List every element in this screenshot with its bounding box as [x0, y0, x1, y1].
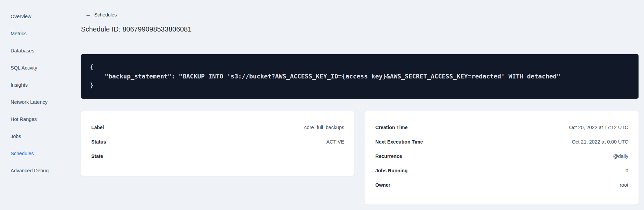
sidebar-item-jobs[interactable]: Jobs: [0, 128, 81, 145]
row-value: @daily: [613, 153, 628, 159]
schedule-timing-card: Creation Time Oct 20, 2022 at 17:12 UTC …: [365, 111, 639, 205]
sidebar-item-advanced-debug[interactable]: Advanced Debug: [0, 162, 81, 179]
sidebar-item-sql-activity[interactable]: SQL Activity: [0, 59, 81, 76]
sidebar-item-insights[interactable]: Insights: [0, 76, 81, 94]
detail-row-jobs-running: Jobs Running 0: [375, 163, 628, 178]
row-label: Status: [91, 139, 106, 145]
row-label: State: [91, 153, 103, 159]
row-label: Next Execution Time: [375, 139, 423, 145]
detail-cards: Label core_full_backups Status ACTIVE St…: [81, 111, 639, 205]
detail-row-recurrence: Recurrence @daily: [375, 149, 628, 163]
page-title: Schedule ID: 806799098533806081: [81, 25, 639, 33]
sidebar-nav: Overview Metrics Databases SQL Activity …: [0, 8, 81, 179]
sidebar-item-databases[interactable]: Databases: [0, 42, 81, 59]
back-to-schedules-link[interactable]: ← Schedules: [85, 12, 117, 17]
row-value: root: [620, 182, 628, 188]
row-value: Oct 20, 2022 at 17:12 UTC: [569, 125, 628, 130]
code-line: }: [90, 81, 630, 90]
code-line: {: [90, 63, 630, 72]
sidebar-item-schedules[interactable]: Schedules: [0, 145, 81, 162]
row-label: Recurrence: [375, 153, 402, 159]
schedule-summary-card: Label core_full_backups Status ACTIVE St…: [81, 111, 354, 176]
row-label: Creation Time: [375, 125, 407, 130]
row-label: Owner: [375, 182, 390, 188]
row-label: Jobs Running: [375, 168, 408, 173]
back-arrow-icon: ←: [85, 12, 91, 17]
backup-statement-code-block: { "backup_statement": "BACKUP INTO 's3:/…: [81, 54, 639, 99]
detail-row-status: Status ACTIVE: [91, 135, 344, 149]
detail-row-next-execution-time: Next Execution Time Oct 21, 2022 at 0:00…: [375, 135, 628, 149]
sidebar-item-metrics[interactable]: Metrics: [0, 25, 81, 42]
sidebar-item-network-latency[interactable]: Network Latency: [0, 94, 81, 111]
code-line: "backup_statement": "BACKUP INTO 's3://b…: [90, 72, 630, 81]
sidebar-item-overview[interactable]: Overview: [0, 8, 81, 25]
sidebar-item-hot-ranges[interactable]: Hot Ranges: [0, 111, 81, 128]
schedule-detail-page: ← Schedules Schedule ID: 806799098533806…: [81, 0, 639, 205]
row-value: ACTIVE: [326, 139, 344, 145]
detail-row-label: Label core_full_backups: [91, 120, 344, 135]
back-link-label: Schedules: [94, 12, 117, 17]
row-value: core_full_backups: [304, 125, 344, 130]
detail-row-owner: Owner root: [375, 178, 628, 192]
detail-row-state: State: [91, 149, 344, 163]
row-value: Oct 21, 2022 at 0:00 UTC: [572, 139, 628, 145]
row-value: 0: [626, 168, 628, 173]
row-label: Label: [91, 125, 104, 130]
detail-row-creation-time: Creation Time Oct 20, 2022 at 17:12 UTC: [375, 120, 628, 135]
